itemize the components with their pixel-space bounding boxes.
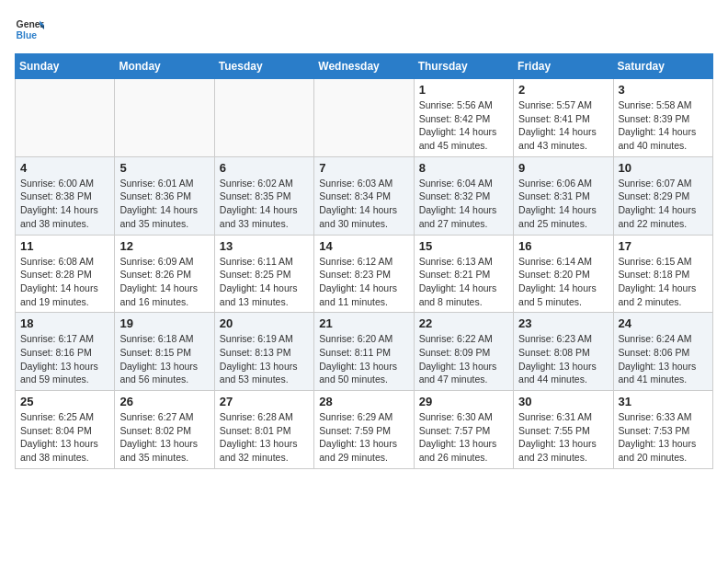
day-info: Sunrise: 6:18 AM Sunset: 8:15 PM Dayligh…	[119, 332, 209, 386]
day-info: Sunrise: 6:17 AM Sunset: 8:16 PM Dayligh…	[20, 332, 109, 386]
calendar-cell: 23Sunrise: 6:23 AM Sunset: 8:08 PM Dayli…	[514, 313, 613, 391]
calendar-cell: 6Sunrise: 6:02 AM Sunset: 8:35 PM Daylig…	[214, 156, 313, 235]
calendar-week-5: 25Sunrise: 6:25 AM Sunset: 8:04 PM Dayli…	[16, 391, 713, 469]
day-info: Sunrise: 6:19 AM Sunset: 8:13 PM Dayligh…	[220, 332, 309, 386]
day-info: Sunrise: 6:07 AM Sunset: 8:29 PM Dayligh…	[619, 177, 708, 231]
calendar-cell: 16Sunrise: 6:14 AM Sunset: 8:20 PM Dayli…	[514, 235, 613, 313]
day-number: 29	[419, 395, 508, 408]
day-number: 23	[518, 316, 608, 330]
day-info: Sunrise: 6:23 AM Sunset: 8:08 PM Dayligh…	[518, 332, 608, 386]
calendar-cell: 9Sunrise: 6:06 AM Sunset: 8:31 PM Daylig…	[514, 156, 613, 235]
calendar-cell: 22Sunrise: 6:22 AM Sunset: 8:09 PM Dayli…	[414, 313, 513, 391]
calendar-cell: 31Sunrise: 6:33 AM Sunset: 7:53 PM Dayli…	[613, 391, 712, 469]
calendar-cell: 17Sunrise: 6:15 AM Sunset: 8:18 PM Dayli…	[613, 235, 712, 313]
day-number: 19	[119, 316, 209, 330]
day-info: Sunrise: 6:28 AM Sunset: 8:01 PM Dayligh…	[220, 410, 309, 465]
calendar-cell: 1Sunrise: 5:56 AM Sunset: 8:42 PM Daylig…	[414, 79, 513, 157]
calendar-cell	[16, 79, 115, 157]
day-info: Sunrise: 6:02 AM Sunset: 8:35 PM Dayligh…	[220, 177, 309, 231]
calendar-week-4: 18Sunrise: 6:17 AM Sunset: 8:16 PM Dayli…	[16, 313, 713, 391]
day-number: 25	[20, 395, 109, 408]
calendar-cell: 24Sunrise: 6:24 AM Sunset: 8:06 PM Dayli…	[613, 313, 712, 391]
day-number: 28	[319, 395, 408, 408]
day-info: Sunrise: 6:09 AM Sunset: 8:26 PM Dayligh…	[119, 255, 209, 309]
day-number: 8	[419, 161, 508, 175]
day-number: 5	[119, 161, 209, 175]
calendar-cell: 30Sunrise: 6:31 AM Sunset: 7:55 PM Dayli…	[514, 391, 613, 469]
calendar-cell: 3Sunrise: 5:58 AM Sunset: 8:39 PM Daylig…	[613, 79, 712, 157]
header-row: Sunday Monday Tuesday Wednesday Thursday…	[16, 54, 713, 79]
header-sunday: Sunday	[16, 54, 115, 79]
calendar-body: 1Sunrise: 5:56 AM Sunset: 8:42 PM Daylig…	[16, 79, 713, 469]
day-info: Sunrise: 5:56 AM Sunset: 8:42 PM Dayligh…	[419, 98, 508, 153]
day-number: 31	[619, 395, 708, 408]
day-number: 7	[319, 161, 408, 175]
day-number: 3	[619, 83, 708, 97]
day-number: 1	[419, 83, 508, 97]
day-info: Sunrise: 6:04 AM Sunset: 8:32 PM Dayligh…	[419, 177, 508, 231]
svg-text:Blue: Blue	[17, 30, 38, 40]
day-number: 22	[419, 316, 508, 330]
logo: General Blue	[15, 15, 44, 44]
day-number: 27	[220, 395, 309, 408]
calendar-cell: 25Sunrise: 6:25 AM Sunset: 8:04 PM Dayli…	[16, 391, 115, 469]
header-thursday: Thursday	[414, 54, 513, 79]
calendar-cell: 2Sunrise: 5:57 AM Sunset: 8:41 PM Daylig…	[514, 79, 613, 157]
calendar-cell	[115, 79, 214, 157]
day-info: Sunrise: 6:25 AM Sunset: 8:04 PM Dayligh…	[20, 410, 109, 465]
header-monday: Monday	[115, 54, 214, 79]
day-number: 21	[319, 316, 408, 330]
day-info: Sunrise: 6:11 AM Sunset: 8:25 PM Dayligh…	[220, 255, 309, 309]
calendar-cell	[214, 79, 313, 157]
calendar-week-2: 4Sunrise: 6:00 AM Sunset: 8:38 PM Daylig…	[16, 156, 713, 235]
day-number: 2	[518, 83, 608, 97]
day-info: Sunrise: 6:27 AM Sunset: 8:02 PM Dayligh…	[119, 410, 209, 465]
day-info: Sunrise: 6:31 AM Sunset: 7:55 PM Dayligh…	[518, 410, 608, 465]
day-number: 4	[20, 161, 109, 175]
calendar-cell: 13Sunrise: 6:11 AM Sunset: 8:25 PM Dayli…	[214, 235, 313, 313]
calendar-cell: 10Sunrise: 6:07 AM Sunset: 8:29 PM Dayli…	[613, 156, 712, 235]
calendar-cell: 15Sunrise: 6:13 AM Sunset: 8:21 PM Dayli…	[414, 235, 513, 313]
day-info: Sunrise: 5:57 AM Sunset: 8:41 PM Dayligh…	[518, 98, 608, 153]
calendar-header: Sunday Monday Tuesday Wednesday Thursday…	[16, 54, 713, 79]
logo-icon: General Blue	[15, 15, 44, 44]
calendar-cell: 12Sunrise: 6:09 AM Sunset: 8:26 PM Dayli…	[115, 235, 214, 313]
day-info: Sunrise: 6:08 AM Sunset: 8:28 PM Dayligh…	[20, 255, 109, 309]
calendar-cell: 19Sunrise: 6:18 AM Sunset: 8:15 PM Dayli…	[115, 313, 214, 391]
day-info: Sunrise: 6:12 AM Sunset: 8:23 PM Dayligh…	[319, 255, 408, 309]
day-number: 30	[518, 395, 608, 408]
day-info: Sunrise: 6:24 AM Sunset: 8:06 PM Dayligh…	[619, 332, 708, 386]
day-number: 26	[119, 395, 209, 408]
calendar-cell: 7Sunrise: 6:03 AM Sunset: 8:34 PM Daylig…	[314, 156, 414, 235]
day-number: 10	[619, 161, 708, 175]
calendar-cell: 5Sunrise: 6:01 AM Sunset: 8:36 PM Daylig…	[115, 156, 214, 235]
day-info: Sunrise: 6:06 AM Sunset: 8:31 PM Dayligh…	[518, 177, 608, 231]
header-tuesday: Tuesday	[214, 54, 313, 79]
page-header: General Blue	[15, 15, 713, 44]
calendar-cell: 21Sunrise: 6:20 AM Sunset: 8:11 PM Dayli…	[314, 313, 414, 391]
calendar-cell: 18Sunrise: 6:17 AM Sunset: 8:16 PM Dayli…	[16, 313, 115, 391]
day-number: 24	[619, 316, 708, 330]
calendar-cell: 4Sunrise: 6:00 AM Sunset: 8:38 PM Daylig…	[16, 156, 115, 235]
day-number: 9	[518, 161, 608, 175]
header-friday: Friday	[514, 54, 613, 79]
header-wednesday: Wednesday	[314, 54, 414, 79]
day-info: Sunrise: 6:14 AM Sunset: 8:20 PM Dayligh…	[518, 255, 608, 309]
calendar-cell: 14Sunrise: 6:12 AM Sunset: 8:23 PM Dayli…	[314, 235, 414, 313]
day-number: 20	[220, 316, 309, 330]
day-number: 6	[220, 161, 309, 175]
calendar-cell: 8Sunrise: 6:04 AM Sunset: 8:32 PM Daylig…	[414, 156, 513, 235]
calendar-cell: 27Sunrise: 6:28 AM Sunset: 8:01 PM Dayli…	[214, 391, 313, 469]
calendar-cell: 11Sunrise: 6:08 AM Sunset: 8:28 PM Dayli…	[16, 235, 115, 313]
day-info: Sunrise: 6:03 AM Sunset: 8:34 PM Dayligh…	[319, 177, 408, 231]
day-info: Sunrise: 6:29 AM Sunset: 7:59 PM Dayligh…	[319, 410, 408, 465]
day-info: Sunrise: 5:58 AM Sunset: 8:39 PM Dayligh…	[619, 98, 708, 153]
calendar-week-1: 1Sunrise: 5:56 AM Sunset: 8:42 PM Daylig…	[16, 79, 713, 157]
day-number: 15	[419, 239, 508, 253]
calendar-week-3: 11Sunrise: 6:08 AM Sunset: 8:28 PM Dayli…	[16, 235, 713, 313]
calendar-table: Sunday Monday Tuesday Wednesday Thursday…	[15, 53, 713, 469]
day-number: 14	[319, 239, 408, 253]
day-info: Sunrise: 6:30 AM Sunset: 7:57 PM Dayligh…	[419, 410, 508, 465]
day-number: 13	[220, 239, 309, 253]
day-number: 12	[119, 239, 209, 253]
